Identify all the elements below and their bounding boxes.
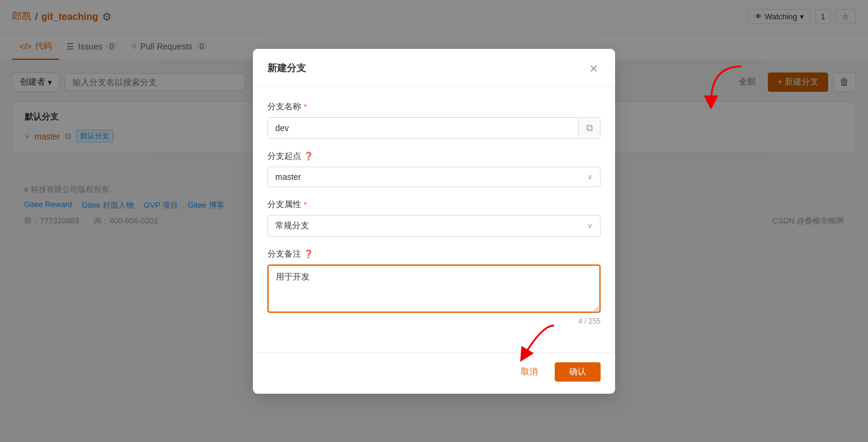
branch-note-help-icon[interactable]: ❓ xyxy=(304,249,313,258)
modal-title: 新建分支 xyxy=(267,62,306,75)
branch-name-label: 分支名称 * xyxy=(267,101,601,112)
branch-attr-chevron-icon: ∨ xyxy=(587,222,593,230)
confirm-button[interactable]: 确认 xyxy=(555,362,601,382)
start-point-help-icon[interactable]: ❓ xyxy=(304,152,313,161)
start-point-chevron-icon: ∨ xyxy=(587,173,593,181)
branch-attr-required: * xyxy=(304,200,307,210)
modal-body: 分支名称 * ⧉ 分支起点 ❓ master ∨ xyxy=(253,87,615,352)
branch-attr-select[interactable]: 常规分支 ∨ xyxy=(267,215,601,237)
start-point-select[interactable]: master ∨ xyxy=(267,167,601,187)
branch-note-group: 分支备注 ❓ 用于开发 4 / 255 xyxy=(267,249,601,325)
modal-close-button[interactable]: ✕ xyxy=(587,61,601,77)
branch-note-label-text: 分支备注 xyxy=(267,249,301,260)
branch-attr-label: 分支属性 * xyxy=(267,199,601,210)
branch-name-label-text: 分支名称 xyxy=(267,101,301,112)
branch-note-label: 分支备注 ❓ xyxy=(267,249,601,260)
branch-attr-value: 常规分支 xyxy=(275,220,309,231)
branch-attr-label-text: 分支属性 xyxy=(267,199,301,210)
branch-note-textarea[interactable]: 用于开发 xyxy=(267,264,601,313)
branch-attr-group: 分支属性 * 常规分支 ∨ xyxy=(267,199,601,237)
start-point-group: 分支起点 ❓ master ∨ xyxy=(267,151,601,187)
input-copy-button[interactable]: ⧉ xyxy=(578,118,600,138)
cancel-button[interactable]: 取消 xyxy=(511,362,547,382)
char-count: 4 / 255 xyxy=(267,317,601,325)
start-point-label-text: 分支起点 xyxy=(267,151,301,162)
start-point-label: 分支起点 ❓ xyxy=(267,151,601,162)
modal-overlay[interactable]: 新建分支 ✕ 分支名称 * ⧉ 分支起点 ❓ xyxy=(0,0,868,442)
branch-name-required: * xyxy=(304,102,307,112)
new-branch-modal: 新建分支 ✕ 分支名称 * ⧉ 分支起点 ❓ xyxy=(253,49,615,394)
start-point-value: master xyxy=(275,172,301,182)
modal-footer: 取消 确认 xyxy=(253,352,615,394)
modal-header: 新建分支 ✕ xyxy=(253,49,615,87)
branch-name-input[interactable] xyxy=(268,118,578,138)
branch-name-input-wrapper: ⧉ xyxy=(267,117,601,139)
branch-name-group: 分支名称 * ⧉ xyxy=(267,101,601,139)
